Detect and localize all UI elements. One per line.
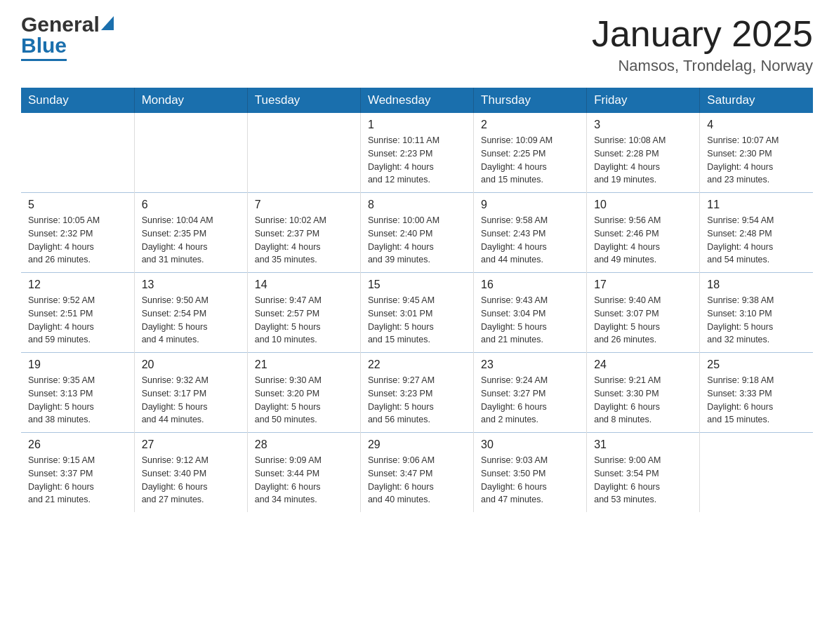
header-row: SundayMondayTuesdayWednesdayThursdayFrid… <box>21 88 813 113</box>
day-number: 2 <box>481 119 579 131</box>
calendar-cell: 31Sunrise: 9:00 AMSunset: 3:54 PMDayligh… <box>587 433 700 513</box>
week-row-2: 5Sunrise: 10:05 AMSunset: 2:32 PMDayligh… <box>21 193 813 273</box>
day-info: Sunrise: 9:03 AMSunset: 3:50 PMDaylight:… <box>481 454 579 507</box>
day-number: 12 <box>28 279 127 291</box>
day-number: 14 <box>255 279 353 291</box>
day-number: 26 <box>28 438 127 451</box>
day-info: Sunrise: 9:09 AMSunset: 3:44 PMDaylight:… <box>255 454 353 507</box>
calendar-cell: 9Sunrise: 9:58 AMSunset: 2:43 PMDaylight… <box>474 193 587 273</box>
calendar-cell <box>700 433 813 513</box>
day-info: Sunrise: 9:24 AMSunset: 3:27 PMDaylight:… <box>481 374 579 427</box>
day-number: 16 <box>481 279 579 291</box>
calendar-cell: 8Sunrise: 10:00 AMSunset: 2:40 PMDayligh… <box>360 193 473 273</box>
day-number: 27 <box>142 438 240 451</box>
calendar-cell <box>21 113 134 193</box>
week-row-3: 12Sunrise: 9:52 AMSunset: 2:51 PMDayligh… <box>21 273 813 353</box>
calendar-cell: 20Sunrise: 9:32 AMSunset: 3:17 PMDayligh… <box>134 353 247 433</box>
calendar-cell: 28Sunrise: 9:09 AMSunset: 3:44 PMDayligh… <box>247 433 360 513</box>
page-header: General Blue January 2025 Namsos, Tronde… <box>21 14 813 75</box>
day-number: 9 <box>481 199 579 211</box>
calendar-cell: 3Sunrise: 10:08 AMSunset: 2:28 PMDayligh… <box>587 113 700 193</box>
day-info: Sunrise: 10:09 AMSunset: 2:25 PMDaylight… <box>481 134 579 187</box>
day-info: Sunrise: 9:58 AMSunset: 2:43 PMDaylight:… <box>481 214 579 267</box>
day-info: Sunrise: 9:47 AMSunset: 2:57 PMDaylight:… <box>255 294 353 347</box>
calendar-cell: 23Sunrise: 9:24 AMSunset: 3:27 PMDayligh… <box>474 353 587 433</box>
calendar-cell: 14Sunrise: 9:47 AMSunset: 2:57 PMDayligh… <box>247 273 360 353</box>
day-info: Sunrise: 10:07 AMSunset: 2:30 PMDaylight… <box>707 134 806 187</box>
day-number: 10 <box>594 199 692 211</box>
day-number: 29 <box>368 438 466 451</box>
logo: General Blue <box>21 14 114 61</box>
calendar-subtitle: Namsos, Trondelag, Norway <box>592 57 813 75</box>
calendar-cell: 27Sunrise: 9:12 AMSunset: 3:40 PMDayligh… <box>134 433 247 513</box>
day-number: 17 <box>594 279 692 291</box>
day-number: 11 <box>707 199 806 211</box>
calendar-cell: 12Sunrise: 9:52 AMSunset: 2:51 PMDayligh… <box>21 273 134 353</box>
day-info: Sunrise: 9:30 AMSunset: 3:20 PMDaylight:… <box>255 374 353 427</box>
calendar-cell: 26Sunrise: 9:15 AMSunset: 3:37 PMDayligh… <box>21 433 134 513</box>
day-number: 4 <box>707 119 806 131</box>
week-row-5: 26Sunrise: 9:15 AMSunset: 3:37 PMDayligh… <box>21 433 813 513</box>
calendar-body: 1Sunrise: 10:11 AMSunset: 2:23 PMDayligh… <box>21 113 813 512</box>
calendar-cell: 22Sunrise: 9:27 AMSunset: 3:23 PMDayligh… <box>360 353 473 433</box>
week-row-1: 1Sunrise: 10:11 AMSunset: 2:23 PMDayligh… <box>21 113 813 193</box>
calendar-cell <box>247 113 360 193</box>
week-row-4: 19Sunrise: 9:35 AMSunset: 3:13 PMDayligh… <box>21 353 813 433</box>
day-number: 13 <box>142 279 240 291</box>
calendar-cell <box>134 113 247 193</box>
calendar-title-area: January 2025 Namsos, Trondelag, Norway <box>592 14 813 75</box>
calendar-cell: 18Sunrise: 9:38 AMSunset: 3:10 PMDayligh… <box>700 273 813 353</box>
day-info: Sunrise: 9:38 AMSunset: 3:10 PMDaylight:… <box>707 294 806 347</box>
day-number: 6 <box>142 199 240 211</box>
calendar-cell: 5Sunrise: 10:05 AMSunset: 2:32 PMDayligh… <box>21 193 134 273</box>
calendar-title: January 2025 <box>592 14 813 54</box>
calendar-cell: 11Sunrise: 9:54 AMSunset: 2:48 PMDayligh… <box>700 193 813 273</box>
day-number: 24 <box>594 358 692 371</box>
day-info: Sunrise: 9:00 AMSunset: 3:54 PMDaylight:… <box>594 454 692 507</box>
calendar-cell: 16Sunrise: 9:43 AMSunset: 3:04 PMDayligh… <box>474 273 587 353</box>
calendar-header: SundayMondayTuesdayWednesdayThursdayFrid… <box>21 88 813 113</box>
calendar-cell: 15Sunrise: 9:45 AMSunset: 3:01 PMDayligh… <box>360 273 473 353</box>
calendar-cell: 24Sunrise: 9:21 AMSunset: 3:30 PMDayligh… <box>587 353 700 433</box>
day-info: Sunrise: 9:43 AMSunset: 3:04 PMDaylight:… <box>481 294 579 347</box>
day-number: 22 <box>368 358 466 371</box>
day-number: 8 <box>368 199 466 211</box>
day-info: Sunrise: 9:21 AMSunset: 3:30 PMDaylight:… <box>594 374 692 427</box>
day-number: 1 <box>368 119 466 131</box>
day-info: Sunrise: 9:52 AMSunset: 2:51 PMDaylight:… <box>28 294 127 347</box>
calendar-cell: 1Sunrise: 10:11 AMSunset: 2:23 PMDayligh… <box>360 113 473 193</box>
day-info: Sunrise: 10:02 AMSunset: 2:37 PMDaylight… <box>255 214 353 267</box>
day-info: Sunrise: 9:35 AMSunset: 3:13 PMDaylight:… <box>28 374 127 427</box>
day-info: Sunrise: 10:08 AMSunset: 2:28 PMDaylight… <box>594 134 692 187</box>
logo-general: General <box>21 14 100 35</box>
day-info: Sunrise: 9:06 AMSunset: 3:47 PMDaylight:… <box>368 454 466 507</box>
header-day-thursday: Thursday <box>474 88 587 113</box>
day-info: Sunrise: 10:00 AMSunset: 2:40 PMDaylight… <box>368 214 466 267</box>
calendar-cell: 21Sunrise: 9:30 AMSunset: 3:20 PMDayligh… <box>247 353 360 433</box>
day-number: 21 <box>255 358 353 371</box>
calendar-cell: 19Sunrise: 9:35 AMSunset: 3:13 PMDayligh… <box>21 353 134 433</box>
day-number: 5 <box>28 199 127 211</box>
logo-arrow-icon <box>101 16 114 30</box>
calendar-cell: 4Sunrise: 10:07 AMSunset: 2:30 PMDayligh… <box>700 113 813 193</box>
header-day-monday: Monday <box>134 88 247 113</box>
day-info: Sunrise: 10:11 AMSunset: 2:23 PMDaylight… <box>368 134 466 187</box>
calendar-cell: 10Sunrise: 9:56 AMSunset: 2:46 PMDayligh… <box>587 193 700 273</box>
day-info: Sunrise: 9:45 AMSunset: 3:01 PMDaylight:… <box>368 294 466 347</box>
header-day-tuesday: Tuesday <box>247 88 360 113</box>
day-number: 25 <box>707 358 806 371</box>
day-number: 15 <box>368 279 466 291</box>
calendar-cell: 13Sunrise: 9:50 AMSunset: 2:54 PMDayligh… <box>134 273 247 353</box>
calendar-cell: 7Sunrise: 10:02 AMSunset: 2:37 PMDayligh… <box>247 193 360 273</box>
header-day-wednesday: Wednesday <box>360 88 473 113</box>
day-number: 18 <box>707 279 806 291</box>
header-day-friday: Friday <box>587 88 700 113</box>
header-day-saturday: Saturday <box>700 88 813 113</box>
day-info: Sunrise: 9:50 AMSunset: 2:54 PMDaylight:… <box>142 294 240 347</box>
calendar-cell: 17Sunrise: 9:40 AMSunset: 3:07 PMDayligh… <box>587 273 700 353</box>
day-number: 3 <box>594 119 692 131</box>
day-number: 20 <box>142 358 240 371</box>
day-info: Sunrise: 9:56 AMSunset: 2:46 PMDaylight:… <box>594 214 692 267</box>
calendar-cell: 6Sunrise: 10:04 AMSunset: 2:35 PMDayligh… <box>134 193 247 273</box>
calendar-cell: 2Sunrise: 10:09 AMSunset: 2:25 PMDayligh… <box>474 113 587 193</box>
